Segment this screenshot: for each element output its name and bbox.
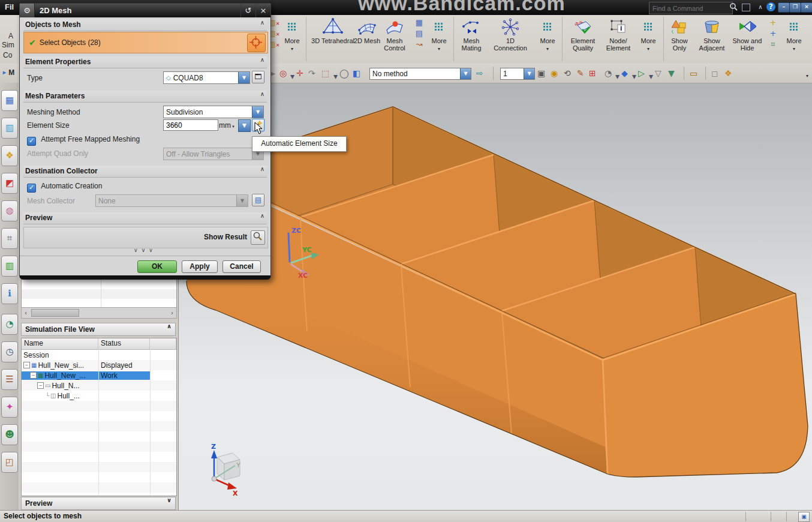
- connections-more-button[interactable]: More▾: [536, 17, 560, 54]
- color-palette-tab[interactable]: ✦: [1, 397, 18, 418]
- find-command-input[interactable]: [649, 2, 733, 14]
- wireframe-caret[interactable]: ▾: [632, 70, 636, 82]
- node-element-button[interactable]: i Node/ Element: [602, 17, 635, 54]
- point-set-icon[interactable]: +: [770, 29, 777, 37]
- dropdown-arrow-icon[interactable]: ▼: [238, 72, 249, 83]
- snap-point-icon[interactable]: ◎: [279, 67, 287, 79]
- toolbar-overflow-caret[interactable]: ▾: [806, 73, 808, 79]
- checkbox-checked-icon[interactable]: ✓: [27, 184, 36, 193]
- close-window-icon[interactable]: ×: [801, 2, 812, 13]
- table-row[interactable]: –▭Hull_N...: [22, 380, 176, 391]
- apply-button[interactable]: Apply: [182, 260, 218, 273]
- scroll-right-icon[interactable]: ›: [168, 310, 176, 316]
- rotate-point-icon[interactable]: ✛: [296, 67, 303, 79]
- horizontal-scrollbar[interactable]: ‹ ›: [21, 307, 177, 319]
- cancel-button[interactable]: Cancel: [222, 260, 261, 273]
- depth-spinner-dropdown[interactable]: 1 ▼: [500, 68, 535, 80]
- section-mesh-parameters[interactable]: Mesh Parameters∧: [23, 91, 267, 103]
- reuse-library-tab[interactable]: ▥: [1, 256, 18, 277]
- element-size-down-button[interactable]: ▼: [238, 119, 251, 132]
- new-collector-button[interactable]: ▤: [252, 194, 264, 206]
- fullscreen-icon[interactable]: [742, 4, 750, 11]
- table-row[interactable]: Session: [22, 350, 176, 360]
- select-objects-button[interactable]: [247, 34, 266, 52]
- csys-icon[interactable]: ⌗: [771, 40, 775, 48]
- column-header-status[interactable]: Status: [98, 338, 150, 349]
- geometry-more-button[interactable]: More▾: [280, 17, 304, 54]
- table-row[interactable]: └◫Hull_...: [22, 391, 176, 401]
- dialog-collapse-chevrons[interactable]: ∨∨∨: [20, 248, 270, 253]
- minimize-ribbon-icon[interactable]: ∧: [756, 2, 765, 12]
- mesh-more-button[interactable]: More▾: [427, 17, 451, 54]
- sphere-select-icon[interactable]: ◯: [339, 67, 349, 79]
- collapse-node-icon[interactable]: –: [37, 382, 44, 389]
- checks-more-button[interactable]: More▾: [636, 17, 660, 54]
- edit-object-display-icon[interactable]: ✎: [577, 67, 584, 79]
- element-size-input[interactable]: [163, 119, 218, 131]
- expand-icon[interactable]: ∨: [167, 497, 172, 503]
- dialog-title-bar[interactable]: ⚙ 2D Mesh ↺ ×: [20, 4, 270, 17]
- next-selection-icon[interactable]: ⇨: [476, 67, 483, 79]
- preview-section-header[interactable]: Preview ∨: [21, 497, 176, 510]
- point-icon[interactable]: +: [770, 19, 777, 26]
- process-studio-tab[interactable]: ◷: [1, 341, 18, 362]
- type-dropdown[interactable]: ◇ CQUAD8 ▼: [163, 71, 250, 84]
- restore-window-icon[interactable]: ❐: [789, 2, 801, 13]
- curve-rule-icon[interactable]: ↷: [308, 67, 315, 79]
- zoom-window-icon[interactable]: ▣: [537, 67, 545, 79]
- attempt-free-mapped-row[interactable]: ✓ Attempt Free Mapped Meshing: [27, 135, 140, 146]
- ok-button[interactable]: OK: [137, 260, 177, 273]
- collapse-node-icon[interactable]: –: [23, 362, 30, 368]
- show-adjacent-button[interactable]: Show Adjacent: [694, 17, 729, 54]
- utilities-icon-column[interactable]: + + ⌗: [768, 19, 778, 48]
- search-icon[interactable]: [729, 2, 738, 12]
- menu-fragment[interactable]: ⯈ M: [2, 68, 14, 77]
- section-objects-to-mesh[interactable]: Objects to Mesh∧: [23, 19, 267, 31]
- mesh-group-icon-column[interactable]: ▦ ▤ ↝: [414, 19, 425, 48]
- web-browser-tab[interactable]: ℹ: [1, 283, 18, 304]
- show-only-button[interactable]: Show Only: [666, 17, 693, 54]
- snap-point-caret[interactable]: ▾: [290, 70, 294, 82]
- meshing-method-dropdown[interactable]: Subdivision ▼: [163, 106, 264, 118]
- element-quality-button[interactable]: a/b Element Quality: [564, 17, 602, 54]
- dialog-close-icon[interactable]: ×: [255, 4, 270, 17]
- measure-icon[interactable]: ▭: [690, 67, 697, 79]
- solid-body-icon[interactable]: ◧: [353, 67, 360, 79]
- pan-icon[interactable]: ◉: [551, 67, 558, 79]
- filter-icon[interactable]: ▽: [655, 67, 661, 79]
- selection-method-dropdown[interactable]: No method ▼: [369, 68, 471, 80]
- system-scenes-tab[interactable]: ◰: [1, 452, 18, 473]
- history-palette-tab[interactable]: ◔: [1, 314, 18, 335]
- dropdown-arrow-icon[interactable]: ▼: [524, 68, 534, 79]
- post-processing-navigator-tab[interactable]: ▥: [1, 118, 18, 139]
- section-element-properties[interactable]: Element Properties∧: [23, 56, 267, 68]
- column-header-name[interactable]: Name: [22, 338, 98, 349]
- status-window-icon[interactable]: ▣: [798, 512, 810, 522]
- clip-caret[interactable]: ▾: [649, 70, 653, 82]
- table-row-selected[interactable]: –▦Hull_New_... Work: [22, 370, 176, 380]
- section-destination-collector[interactable]: Destination Collector∧: [23, 166, 267, 178]
- select-objects-row[interactable]: ✔ Select Objects (28): [23, 32, 268, 53]
- mesh-mating-button[interactable]: Mesh Mating: [455, 17, 488, 54]
- wireframe-view-icon[interactable]: ◆: [621, 67, 628, 79]
- filter-plus-icon[interactable]: ▼: [668, 67, 675, 79]
- spline-mesh-icon[interactable]: ↝: [416, 40, 423, 48]
- table-row[interactable]: –▦Hull_New_si... Displayed: [22, 360, 176, 370]
- 1d-connection-button[interactable]: 1D Connection: [489, 17, 531, 54]
- assembly-navigator-tab[interactable]: ❖: [1, 145, 18, 166]
- mesh-control-button[interactable]: Mesh Control: [378, 17, 411, 54]
- simulation-navigator-tab[interactable]: ▦: [1, 90, 18, 111]
- manage-views-tab[interactable]: ☰: [1, 369, 18, 390]
- rectangle-select-icon[interactable]: ⬚: [321, 67, 329, 79]
- section-preview[interactable]: Preview∧: [23, 212, 267, 224]
- show-and-hide-button[interactable]: Show and Hide: [730, 17, 764, 54]
- object-colors-icon[interactable]: ❖: [724, 67, 732, 79]
- element-type-settings-button[interactable]: 🗔: [252, 71, 264, 83]
- dropdown-arrow-icon[interactable]: ▼: [252, 106, 263, 118]
- dropdown-arrow-icon[interactable]: ▼: [460, 68, 471, 79]
- xy-function-navigator-tab[interactable]: ⌗: [1, 228, 18, 249]
- constraint-navigator-tab[interactable]: ◩: [1, 173, 18, 194]
- rotate-view-icon[interactable]: ⟲: [564, 67, 571, 79]
- collapse-node-icon[interactable]: –: [30, 372, 37, 379]
- element-size-unit[interactable]: mm ▾: [219, 121, 234, 130]
